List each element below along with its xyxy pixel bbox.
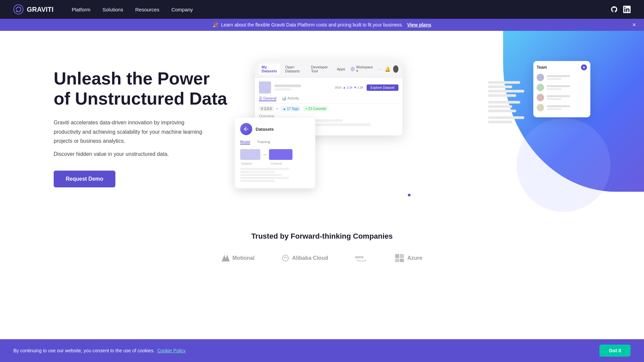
rc-line-9: [488, 121, 512, 123]
cookie-accept-button[interactable]: Got it: [599, 345, 631, 357]
svg-rect-8: [400, 259, 404, 262]
version-badge: V 2.0.0: [259, 106, 274, 111]
explore-dataset-button[interactable]: Explore Dataset: [367, 84, 398, 91]
member-avatar-4: [537, 104, 544, 111]
dataset-label: Dataset: [241, 162, 252, 165]
pipeline-diagram: →: [240, 149, 310, 160]
nav-links: Platform Solutions Resources Company: [67, 5, 610, 14]
navbar: GRAVITI Platform Solutions Resources Com…: [0, 0, 644, 19]
alibaba-cloud-logo: Alibaba Cloud: [281, 255, 328, 261]
team-panel: Team +: [533, 61, 590, 117]
datasets-popup-title: Datasets: [256, 127, 274, 132]
dataset-name-line: [274, 84, 301, 87]
dashboard-more-icon[interactable]: ···: [379, 67, 382, 71]
announcement-close-button[interactable]: ×: [632, 21, 636, 28]
announcement-bar: 🎉 Learn about the flexible Graviti Data …: [0, 19, 644, 31]
rc-line-2: [488, 85, 512, 88]
svg-point-1: [16, 10, 18, 12]
rc-line-1: [488, 81, 520, 84]
github-icon[interactable]: [610, 6, 618, 13]
dataset-row: 2023 ▲ 2.1k ▼ 2.1k Explore Dataset: [259, 81, 398, 94]
nav-platform[interactable]: Platform: [67, 5, 95, 14]
rc-line-5: [488, 101, 520, 104]
pipeline-labels: Dataset Channel: [240, 162, 310, 165]
navbar-icons: [610, 6, 631, 13]
dataset-subtabs: ☰ General 📊 Activity: [259, 96, 398, 104]
azure-logo: Azure: [395, 254, 422, 262]
cookie-policy-link[interactable]: Cookie Policy: [157, 348, 186, 353]
hero-description-1: Graviti accelerates data-driven innovati…: [54, 118, 208, 145]
nav-solutions[interactable]: Solutions: [98, 5, 128, 14]
datasets-cloud-icon: [240, 123, 252, 135]
trusted-section: Trusted by Forward-thinking Companies Mo…: [0, 219, 644, 282]
dataset-thumbnail: [259, 81, 271, 94]
stats-badges: 2023 ▲ 2.1k ▼ 2.1k: [335, 86, 363, 89]
carousel-dot[interactable]: [408, 194, 411, 196]
request-demo-button[interactable]: Request Demo: [54, 171, 115, 187]
dashboard-tab-open[interactable]: Open Datasets: [282, 64, 306, 74]
datasets-popup: Datasets Model Training → Dataset Channe…: [235, 118, 315, 188]
aws-logo: aws: [355, 254, 368, 262]
cookie-bar: By continuing to use our website, you co…: [0, 339, 644, 362]
training-tab[interactable]: Training: [257, 140, 270, 144]
team-member-3: [537, 94, 587, 101]
svg-point-0: [14, 5, 23, 14]
datasets-popup-header: Datasets: [240, 123, 310, 135]
user-avatar[interactable]: [393, 65, 398, 73]
rc-line-4: [488, 94, 516, 97]
rc-line-3: [488, 90, 524, 93]
logo-text: GRAVITI: [27, 6, 54, 13]
dataset-info: [274, 84, 301, 90]
team-member-1: [537, 74, 587, 81]
team-add-button[interactable]: +: [581, 64, 587, 70]
team-member-2: [537, 84, 587, 91]
hero-section: Unleash the Power of Unstructured Data G…: [0, 31, 644, 219]
rc-line-7: [488, 110, 516, 112]
member-avatar-2: [537, 84, 544, 91]
datasets-popup-tabs: Model Training: [240, 140, 310, 144]
hero-title: Unleash the Power of Unstructured Data: [54, 69, 228, 109]
rc-line-8: [488, 116, 524, 119]
dashboard-notification-icon[interactable]: 🔔: [385, 66, 390, 72]
svg-rect-7: [395, 259, 399, 262]
dataset-sub-line: [274, 88, 291, 90]
commits-badge: + 23 Commits: [303, 106, 328, 111]
dashboard-tab-devtool[interactable]: Developer Tool: [308, 64, 331, 74]
hero-description-2: Discover hidden value in your unstructur…: [54, 149, 208, 159]
workspace-selector[interactable]: Workspace ▾: [351, 65, 373, 73]
linkedin-icon[interactable]: [623, 6, 631, 13]
svg-marker-2: [222, 255, 230, 261]
rc-line-6: [488, 105, 512, 108]
svg-rect-5: [395, 254, 399, 258]
member-avatar-1: [537, 74, 544, 81]
pipeline-arrow-icon: →: [262, 152, 267, 157]
cookie-text: By continuing to use our website, you co…: [13, 348, 594, 353]
nav-company[interactable]: Company: [167, 5, 198, 14]
team-panel-header: Team +: [537, 64, 587, 70]
dashboard-tab-apps[interactable]: Apps: [334, 66, 348, 72]
announcement-emoji: 🎉: [213, 22, 218, 27]
activity-tab[interactable]: 📊 Activity: [282, 96, 299, 101]
pipeline-box-1: [240, 149, 260, 160]
site-logo[interactable]: GRAVITI: [13, 4, 54, 14]
channel-label: Channel: [271, 162, 282, 165]
version-row: V 2.0.0 ▾ ▲ 17 Tags + 23 Commits: [259, 106, 398, 111]
company-logos-row: Motional Alibaba Cloud aws Azu: [54, 254, 590, 262]
svg-rect-6: [400, 254, 404, 258]
team-title: Team: [537, 65, 547, 70]
announcement-text: Learn about the flexible Graviti Data Pl…: [221, 22, 403, 27]
hero-content: Unleash the Power of Unstructured Data G…: [54, 69, 228, 187]
dashboard-header: My Datasets Open Datasets Developer Tool…: [255, 61, 402, 77]
team-member-4: [537, 104, 587, 111]
svg-text:aws: aws: [355, 254, 364, 259]
motional-logo: Motional: [222, 255, 255, 261]
general-tab[interactable]: ☰ General: [259, 96, 276, 101]
nav-resources[interactable]: Resources: [130, 5, 164, 14]
pipeline-box-2: [269, 149, 292, 160]
model-tab[interactable]: Model: [240, 140, 250, 144]
carousel-pagination: [408, 194, 411, 196]
dashboard-tab-mydatasets[interactable]: My Datasets: [259, 64, 280, 74]
member-avatar-3: [537, 94, 544, 101]
announcement-link[interactable]: View plans: [407, 22, 431, 27]
svg-point-3: [282, 255, 288, 261]
